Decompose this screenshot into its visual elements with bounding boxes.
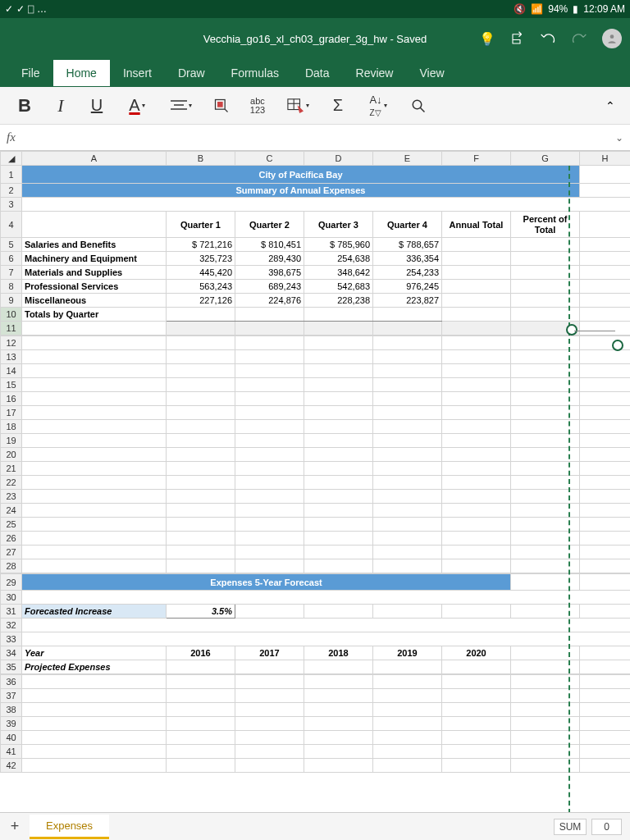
- data-cell[interactable]: Professional Services: [22, 280, 167, 294]
- tab-draw[interactable]: Draw: [165, 60, 218, 86]
- data-cell[interactable]: $ 721,216: [167, 238, 235, 252]
- row-header[interactable]: 28: [1, 559, 22, 573]
- row-header[interactable]: 27: [1, 546, 22, 559]
- data-cell[interactable]: 254,638: [304, 252, 373, 266]
- data-cell[interactable]: 224,876: [235, 294, 304, 308]
- row-header[interactable]: 3: [1, 198, 22, 212]
- fx-icon[interactable]: fx: [7, 130, 16, 144]
- row-header[interactable]: 8: [1, 280, 22, 294]
- select-all-corner[interactable]: ◢: [1, 152, 22, 166]
- row-header[interactable]: 10: [1, 308, 22, 322]
- row-header[interactable]: 4: [1, 212, 22, 238]
- row-header[interactable]: 20: [1, 448, 22, 462]
- data-cell[interactable]: 223,827: [373, 294, 442, 308]
- row-header[interactable]: 35: [1, 660, 22, 674]
- row-header[interactable]: 19: [1, 434, 22, 448]
- row-header[interactable]: 25: [1, 518, 22, 532]
- header-cell[interactable]: Quarter 3: [304, 212, 373, 238]
- data-cell[interactable]: 445,420: [167, 266, 235, 280]
- data-cell[interactable]: 227,126: [167, 294, 235, 308]
- header-cell[interactable]: Quarter 2: [235, 212, 304, 238]
- col-header[interactable]: H: [580, 152, 631, 166]
- align-button[interactable]: ▾: [159, 89, 203, 123]
- row-header[interactable]: 16: [1, 392, 22, 406]
- row-header[interactable]: 15: [1, 378, 22, 392]
- search-button[interactable]: [400, 89, 436, 123]
- row-header[interactable]: 7: [1, 266, 22, 280]
- data-cell[interactable]: $ 810,451: [235, 238, 304, 252]
- fill-color-button[interactable]: [203, 89, 240, 123]
- font-color-button[interactable]: A▾: [115, 89, 159, 123]
- sheet-tab-expenses[interactable]: Expenses: [30, 815, 109, 839]
- header-cell[interactable]: Percent of Total: [511, 212, 580, 238]
- forecast-title[interactable]: Expenses 5-Year Forecast: [22, 574, 511, 591]
- data-cell[interactable]: 348,642: [304, 266, 373, 280]
- forecast-value[interactable]: 3.5%: [167, 605, 235, 619]
- data-cell[interactable]: Machinery and Equipment: [22, 252, 167, 266]
- data-cell[interactable]: Salaries and Benefits: [22, 238, 167, 252]
- data-cell[interactable]: 542,683: [304, 280, 373, 294]
- year-cell[interactable]: 2016: [167, 646, 235, 660]
- data-cell[interactable]: 398,675: [235, 266, 304, 280]
- underline-button[interactable]: U: [79, 89, 115, 123]
- autosum-button[interactable]: Σ: [320, 89, 356, 123]
- sort-filter-button[interactable]: A↓Z▽▾: [356, 89, 400, 123]
- row-header[interactable]: 42: [1, 759, 22, 773]
- row-header[interactable]: 31: [1, 605, 22, 619]
- redo-icon[interactable]: [571, 31, 587, 46]
- italic-button[interactable]: I: [43, 89, 79, 123]
- row-header[interactable]: 34: [1, 646, 22, 660]
- projected-label[interactable]: Projected Expenses: [22, 660, 167, 674]
- tab-review[interactable]: Review: [343, 60, 407, 86]
- row-header[interactable]: 2: [1, 184, 22, 198]
- collapse-ribbon-button[interactable]: ⌃: [597, 99, 623, 112]
- row-header[interactable]: 38: [1, 703, 22, 717]
- row-header[interactable]: 41: [1, 745, 22, 759]
- data-cell[interactable]: 289,430: [235, 252, 304, 266]
- data-cell[interactable]: 976,245: [373, 280, 442, 294]
- share-icon[interactable]: [510, 31, 525, 46]
- col-header[interactable]: D: [304, 152, 373, 166]
- year-cell[interactable]: 2019: [373, 646, 442, 660]
- data-cell[interactable]: 336,354: [373, 252, 442, 266]
- row-header[interactable]: 18: [1, 420, 22, 434]
- data-cell[interactable]: Totals by Quarter: [22, 308, 167, 322]
- col-header[interactable]: B: [167, 152, 235, 166]
- row-header[interactable]: 32: [1, 619, 22, 632]
- tab-data[interactable]: Data: [292, 60, 343, 86]
- col-header[interactable]: F: [442, 152, 511, 166]
- row-header[interactable]: 22: [1, 476, 22, 490]
- col-header[interactable]: C: [235, 152, 304, 166]
- row-header[interactable]: 23: [1, 490, 22, 504]
- data-cell[interactable]: Miscellaneous: [22, 294, 167, 308]
- header-cell[interactable]: Quarter 1: [167, 212, 235, 238]
- row-header[interactable]: 14: [1, 364, 22, 378]
- year-cell[interactable]: 2018: [304, 646, 373, 660]
- data-cell[interactable]: $ 788,657: [373, 238, 442, 252]
- subtitle-cell[interactable]: Summary of Annual Expenses: [22, 184, 580, 198]
- row-header[interactable]: 29: [1, 574, 22, 591]
- expand-formula-icon[interactable]: ⌄: [615, 132, 623, 144]
- spreadsheet-grid[interactable]: ◢ A B C D E F G H 1City of Pacifica Bay …: [0, 151, 630, 812]
- year-cell[interactable]: 2020: [442, 646, 511, 660]
- row-header[interactable]: 30: [1, 591, 22, 605]
- tab-formulas[interactable]: Formulas: [218, 60, 292, 86]
- row-header[interactable]: 40: [1, 731, 22, 745]
- tab-insert[interactable]: Insert: [110, 60, 165, 86]
- row-header[interactable]: 11: [1, 322, 22, 336]
- col-header[interactable]: G: [511, 152, 580, 166]
- data-cell[interactable]: 228,238: [304, 294, 373, 308]
- data-cell[interactable]: 689,243: [235, 280, 304, 294]
- tab-home[interactable]: Home: [53, 60, 110, 86]
- row-header[interactable]: 17: [1, 406, 22, 420]
- row-header[interactable]: 1: [1, 166, 22, 184]
- row-header[interactable]: 24: [1, 504, 22, 518]
- undo-icon[interactable]: [540, 31, 556, 46]
- row-header[interactable]: 39: [1, 717, 22, 731]
- data-cell[interactable]: 325,723: [167, 252, 235, 266]
- row-header[interactable]: 13: [1, 350, 22, 364]
- cell-styles-button[interactable]: ▾: [276, 89, 320, 123]
- tab-view[interactable]: View: [406, 60, 457, 86]
- data-cell[interactable]: Materials and Supplies: [22, 266, 167, 280]
- header-cell[interactable]: Quarter 4: [373, 212, 442, 238]
